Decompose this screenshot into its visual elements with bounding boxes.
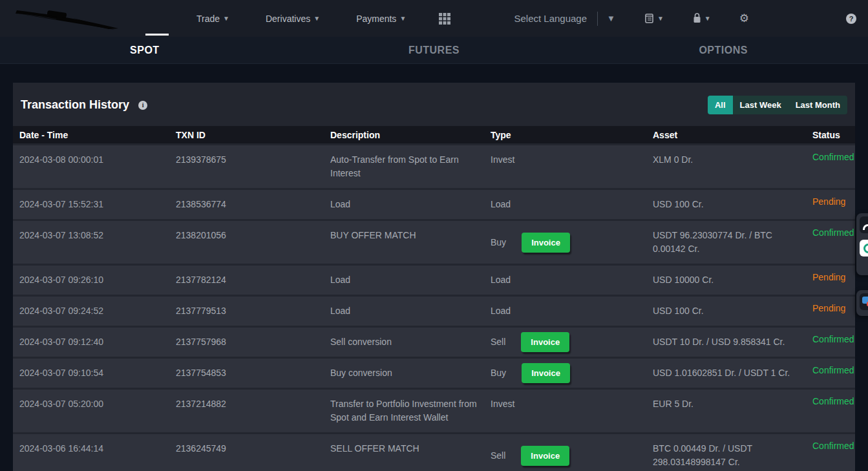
cell-date: 2024-03-07 15:52:31	[13, 190, 169, 219]
cell-txn-id: 2138536774	[169, 190, 324, 219]
date-filter-group: All Last Week Last Month	[708, 96, 847, 114]
table-header-row: Date - Time TXN ID Description Type Asse…	[13, 126, 855, 143]
cell-asset: EUR 5 Dr.	[646, 390, 806, 432]
navbar-right: Select Language ▼ ▼ ▼ ⚙ ?	[514, 12, 856, 26]
table-row: 2024-03-08 00:00:01 2139378675 Auto-Tran…	[13, 145, 855, 190]
market-tabs: SPOT FUTURES OPTIONS	[0, 37, 868, 64]
cell-type: Invest	[484, 390, 646, 432]
cell-txn-id: 2137782124	[169, 266, 324, 295]
tab-options[interactable]: OPTIONS	[578, 45, 868, 56]
table-row: 2024-03-07 09:26:10 2137782124 Load Load…	[13, 266, 855, 297]
filter-last-week-button[interactable]: Last Week	[733, 96, 789, 114]
nav-menu-trade-label: Trade	[196, 14, 220, 24]
cell-type: Sell Invoice	[484, 434, 646, 471]
table-row: 2024-03-07 05:20:00 2137214882 Transfer …	[13, 390, 855, 434]
language-dropdown-icon[interactable]: ▼	[607, 14, 615, 23]
cell-asset: USDT 96.23030774 Dr. / BTC 0.00142 Cr.	[646, 221, 806, 264]
cell-txn-id: 2138201056	[169, 221, 324, 264]
status-text: Pending	[806, 190, 855, 219]
sider-icon[interactable]	[860, 293, 868, 310]
status-text: Confirmed	[806, 434, 855, 471]
col-header-date: Date - Time	[13, 130, 169, 140]
table-body: 2024-03-08 00:00:01 2139378675 Auto-Tran…	[13, 145, 855, 471]
help-icon[interactable]: ?	[846, 14, 856, 24]
cell-description: BUY OFFER MATCH	[324, 221, 484, 264]
invoice-button[interactable]: Invoice	[522, 233, 570, 253]
cell-type: Invest	[484, 145, 646, 188]
cell-txn-id: 2136245749	[169, 434, 324, 471]
nav-menu-payments[interactable]: Payments ▼	[356, 14, 406, 24]
wallet-lock-icon[interactable]: ▼	[692, 13, 711, 24]
invoice-button[interactable]: Invoice	[521, 446, 569, 466]
chevron-down-icon: ▼	[704, 15, 711, 22]
cell-date: 2024-03-07 09:24:52	[13, 297, 169, 326]
status-text: Confirmed	[806, 145, 855, 188]
panel-header: Transaction History i All Last Week Last…	[13, 83, 855, 123]
invoice-button[interactable]: Invoice	[522, 363, 570, 383]
col-header-description: Description	[324, 130, 484, 140]
cell-description: Load	[324, 266, 484, 295]
table-row: 2024-03-07 09:24:52 2137779513 Load Load…	[13, 297, 855, 328]
cell-description: Buy conversion	[324, 359, 484, 388]
table-row: 2024-03-07 09:12:40 2137757968 Sell conv…	[13, 328, 855, 359]
floating-extension-dock	[856, 213, 868, 275]
cell-type: Buy Invoice	[484, 221, 646, 264]
extension-arc-icon[interactable]	[860, 216, 868, 233]
col-header-status: Status	[806, 130, 855, 140]
cell-date: 2024-03-08 00:00:01	[13, 145, 169, 188]
settings-gear-icon[interactable]: ⚙	[739, 12, 749, 25]
cell-asset: USDT 10 Dr. / USD 9.858341 Cr.	[646, 328, 806, 357]
status-text: Confirmed	[806, 221, 855, 264]
cell-txn-id: 2137757968	[169, 328, 324, 357]
type-label: Load	[491, 273, 511, 287]
cell-description: Sell conversion	[324, 328, 484, 357]
apps-grid-icon[interactable]	[438, 12, 451, 25]
floating-extension-dock-2	[856, 290, 868, 316]
divider	[597, 12, 598, 26]
cell-date: 2024-03-07 09:12:40	[13, 328, 169, 357]
tab-futures[interactable]: FUTURES	[290, 45, 579, 56]
status-text: Confirmed	[806, 328, 855, 357]
chevron-down-icon: ▼	[657, 15, 664, 22]
page-title: Transaction History	[21, 98, 129, 112]
cell-date: 2024-03-06 16:44:14	[13, 434, 169, 471]
col-header-asset: Asset	[646, 130, 806, 140]
cell-type: Load	[484, 266, 646, 295]
chatgpt-icon[interactable]	[860, 240, 868, 256]
status-text: Pending	[806, 297, 855, 326]
cell-date: 2024-03-07 09:26:10	[13, 266, 169, 295]
status-text: Confirmed	[806, 390, 855, 432]
cell-description: Load	[324, 190, 484, 219]
cell-type: Buy Invoice	[484, 359, 646, 388]
filter-last-month-button[interactable]: Last Month	[789, 96, 847, 114]
cell-asset: USD 10000 Cr.	[646, 266, 806, 295]
nav-menu-derivatives[interactable]: Derivatives ▼	[266, 14, 320, 24]
type-label: Invest	[491, 397, 514, 411]
info-icon[interactable]: i	[138, 101, 147, 110]
status-text: Pending	[806, 266, 855, 295]
table-row: 2024-03-07 15:52:31 2138536774 Load Load…	[13, 190, 855, 221]
cell-date: 2024-03-07 05:20:00	[13, 390, 169, 432]
chevron-down-icon: ▼	[399, 15, 406, 22]
type-label: Invest	[491, 153, 514, 167]
table-row: 2024-03-07 13:08:52 2138201056 BUY OFFER…	[13, 221, 855, 266]
cell-type: Load	[484, 297, 646, 326]
cell-type: Load	[484, 190, 646, 219]
cell-type: Sell Invoice	[484, 328, 646, 357]
table-row: 2024-03-07 09:10:54 2137754853 Buy conve…	[13, 359, 855, 390]
col-header-type: Type	[484, 130, 646, 140]
cell-asset: XLM 0 Dr.	[646, 145, 806, 188]
active-nav-indicator	[145, 34, 169, 36]
cell-description: Load	[324, 297, 484, 326]
nav-menu-trade[interactable]: Trade ▼	[196, 14, 229, 24]
filter-all-button[interactable]: All	[708, 96, 733, 114]
invoice-button[interactable]: Invoice	[521, 332, 569, 352]
tab-spot[interactable]: SPOT	[0, 45, 290, 56]
cell-txn-id: 2139378675	[169, 145, 324, 188]
orders-book-icon[interactable]: ▼	[644, 13, 664, 24]
nav-menu-payments-label: Payments	[356, 14, 396, 24]
logo[interactable]	[12, 4, 141, 33]
cell-asset: USD 100 Cr.	[646, 297, 806, 326]
cell-description: Auto-Transfer from Spot to Earn Interest	[324, 145, 484, 188]
nav-menu-derivatives-label: Derivatives	[266, 14, 310, 24]
